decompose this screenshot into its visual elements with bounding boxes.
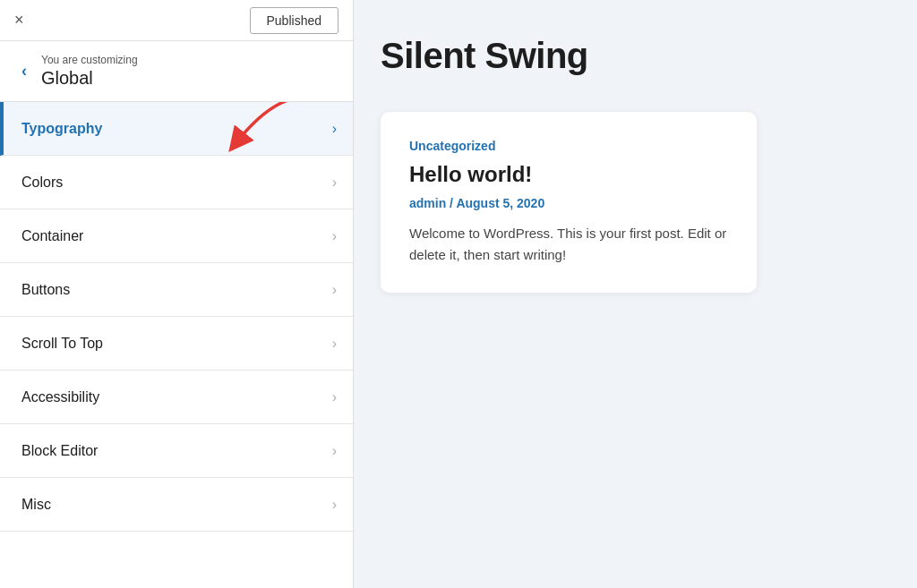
sidebar: × Published ‹ You are customizing Global… <box>0 0 354 588</box>
chevron-right-icon: › <box>332 443 337 459</box>
main-preview: Silent Swing Uncategorized Hello world! … <box>354 0 917 588</box>
chevron-right-icon: › <box>332 175 337 191</box>
nav-item-container-label: Container <box>21 228 83 244</box>
sidebar-header-bar: × Published <box>0 0 353 41</box>
nav-item-accessibility-label: Accessibility <box>21 389 99 405</box>
chevron-right-icon: › <box>332 121 337 137</box>
sidebar-nav: Typography › Colors › Container › <box>0 102 353 588</box>
nav-item-block-editor-label: Block Editor <box>21 443 98 459</box>
post-meta: admin / August 5, 2020 <box>409 196 728 210</box>
chevron-right-icon: › <box>332 389 337 405</box>
close-icon[interactable]: × <box>14 11 24 30</box>
back-arrow-icon[interactable]: ‹ <box>21 62 27 81</box>
post-excerpt: Welcome to WordPress. This is your first… <box>409 223 728 266</box>
sidebar-context: ‹ You are customizing Global <box>0 41 353 102</box>
nav-item-buttons-label: Buttons <box>21 282 70 298</box>
nav-item-typography[interactable]: Typography › <box>0 102 353 156</box>
context-title: Global <box>41 68 138 89</box>
nav-item-block-editor[interactable]: Block Editor › <box>0 424 353 478</box>
nav-item-misc[interactable]: Misc › <box>0 478 353 532</box>
nav-item-scroll-to-top-label: Scroll To Top <box>21 336 103 352</box>
chevron-right-icon: › <box>332 282 337 298</box>
context-label: You are customizing <box>41 54 138 66</box>
post-card: Uncategorized Hello world! admin / Augus… <box>381 112 757 293</box>
nav-item-colors[interactable]: Colors › <box>0 156 353 209</box>
chevron-right-icon: › <box>332 336 337 352</box>
post-category: Uncategorized <box>409 139 728 153</box>
nav-item-buttons[interactable]: Buttons › <box>0 263 353 317</box>
context-info: You are customizing Global <box>41 54 138 89</box>
nav-item-typography-label: Typography <box>21 121 102 137</box>
post-title: Hello world! <box>409 162 728 187</box>
nav-item-container[interactable]: Container › <box>0 209 353 263</box>
nav-item-colors-label: Colors <box>21 175 63 191</box>
published-button[interactable]: Published <box>250 7 339 34</box>
chevron-right-icon: › <box>332 497 337 513</box>
nav-item-scroll-to-top[interactable]: Scroll To Top › <box>0 317 353 371</box>
chevron-right-icon: › <box>332 228 337 244</box>
nav-item-misc-label: Misc <box>21 497 51 513</box>
nav-item-accessibility[interactable]: Accessibility › <box>0 371 353 424</box>
site-title: Silent Swing <box>381 36 890 76</box>
